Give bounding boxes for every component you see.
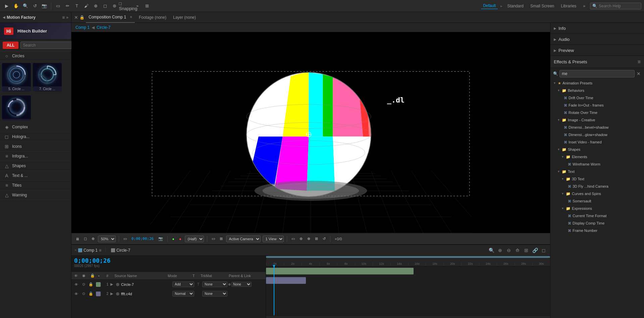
vctrl-camera-icon[interactable]: 📷 [157,236,164,242]
layer2-expand[interactable]: ▶ [109,292,114,296]
vctrl-tb3[interactable]: ⊕ [306,236,312,242]
tree-frame-number[interactable]: ⌘ Frame Number [550,227,644,234]
vctrl-color-dot-red[interactable]: ● [178,236,183,242]
vctrl-stereo-icon[interactable]: ⊞ [218,236,224,242]
workspace-smallscreen[interactable]: Small Screen [528,3,556,9]
tree-curves-spins[interactable]: ▼ 📁 Curves and Spins [550,190,644,197]
tree-shapes[interactable]: ▼ 📁 Shapes [550,146,644,153]
vctrl-view-select[interactable]: 1 View [263,236,284,242]
category-titles[interactable]: ≡ Titles [0,181,71,190]
tl-ripple-btn[interactable]: ⟰ [514,247,521,254]
zoom-tool[interactable]: 🔍 [21,2,30,10]
camera-tool[interactable]: 📷 [40,2,48,10]
layer1-name[interactable]: Circle-7 [121,282,172,287]
tree-expressions[interactable]: ▼ 📁 Expressions [550,205,644,212]
tree-animation-presets[interactable]: ▼ ★ Animation Presets [550,79,644,87]
category-hologra[interactable]: ◻ Hologra... [0,132,71,142]
tl-spread-btn[interactable]: ⊞ [523,247,530,254]
tree-dimensi-bevel[interactable]: ⌘ Dimensi...bevel+shadow [550,124,644,131]
graph-tool[interactable]: ⌁ [133,2,142,10]
vctrl-view-icon[interactable]: ▭ [210,236,216,242]
tree-image-creative[interactable]: ▼ 📁 Image - Creative [550,116,644,124]
tl-extract-btn[interactable]: ⊖ [505,247,513,254]
text-tool[interactable]: T [73,2,81,10]
thumb-3[interactable] [2,96,31,120]
align-tool[interactable]: ⊞ [143,2,151,10]
tree-fade-inout[interactable]: ⌘ Fade In+Out - frames [550,102,644,109]
category-complex[interactable]: ◈ Complex [0,122,71,132]
tree-display-comp[interactable]: ⌘ Display Comp Time [550,219,644,227]
tab-composition[interactable]: Composition Comp 1 ≡ [86,12,135,23]
workspace-libraries[interactable]: Libraries [559,3,578,9]
tl-comp-menu[interactable]: ≡ [99,248,101,253]
tab-footage[interactable]: Footage (none) [136,12,169,23]
vctrl-tb5[interactable]: ↺ [321,236,327,242]
workspace-standard[interactable]: Standard [505,3,526,9]
layer1-eye[interactable]: 👁 [73,282,79,287]
ep-search-input[interactable] [559,70,635,77]
layer1-lock[interactable]: 🔒 [88,282,94,287]
category-infogra[interactable]: ≡ Infogra... [0,151,71,161]
tl-link-btn[interactable]: 🔗 [531,247,539,254]
vctrl-color-dot-green[interactable]: ● [171,236,176,242]
layer2-solo[interactable]: ⊙ [80,292,87,296]
snap-toggle[interactable]: □ Snapping [124,2,132,10]
tl-close-icon[interactable]: ✕ [74,248,77,252]
vctrl-tb1[interactable]: ▭ [290,236,296,242]
rotate-tool[interactable]: ↺ [31,2,39,10]
tree-dimensi-glow[interactable]: ⌘ Dimensi...glow+shadow [550,131,644,138]
tree-3d-fly[interactable]: ⌘ 3D Fly ...hind Camera [550,183,644,190]
left-panel-menu[interactable]: ≡ [62,15,65,20]
select-tool[interactable]: ▶ [3,2,11,10]
track-bar-layer2[interactable] [266,277,306,284]
vctrl-zoom-select[interactable]: 50% [98,236,116,242]
tl-scroll-top[interactable] [266,256,550,258]
brush-tool[interactable]: 🖌 [82,2,90,10]
track-bar-layer1[interactable] [266,268,414,274]
vctrl-resolution-icon[interactable]: ▭ [122,236,128,242]
category-warning[interactable]: △ Warning [0,190,71,200]
vctrl-3d[interactable]: ⊕ [90,236,96,242]
left-panel-collapse[interactable]: » [66,15,68,20]
vctrl-wireframe[interactable]: ◻ [83,236,88,242]
ep-clear-btn[interactable]: ✕ [636,70,641,77]
tree-somersault[interactable]: ⌘ Somersault [550,197,644,205]
layer1-parent-select[interactable]: None [231,282,252,287]
vctrl-monitor[interactable]: 🖥 [74,236,80,242]
vctrl-quality-select[interactable]: (Half) [185,236,204,242]
rect-tool[interactable]: ▭ [54,2,62,10]
playhead[interactable] [274,266,274,315]
category-circles[interactable]: ○ Circles [0,51,71,61]
layer2-lock[interactable]: 🔒 [88,292,94,296]
clone-tool[interactable]: ⊕ [92,2,100,10]
tl-search-btn[interactable]: 🔍 [488,247,495,254]
layer1-expand[interactable]: ▶ [109,282,114,287]
layer1-solo[interactable]: ⊙ [80,282,87,287]
viewport[interactable]: _.dl [71,32,550,233]
comp-tab-menu[interactable]: ≡ [130,15,132,19]
tl-shy-btn[interactable]: ◻ [540,247,547,254]
workspace-more[interactable]: » [581,3,587,9]
tl-track-area[interactable] [266,266,550,315]
layer2-eye[interactable]: 👁 [73,292,79,296]
comp-close[interactable]: ✕ [74,15,78,20]
tree-drift[interactable]: ⌘ Drift Over Time [550,94,644,102]
puppet-tool[interactable]: ⊛ [110,2,118,10]
search-input[interactable] [599,4,639,8]
rp-audio-header[interactable]: ▶ Audio [550,34,644,45]
thumb-1[interactable]: 5. Circle ... [2,63,31,91]
tree-wireframe-worm[interactable]: ⌘ Wireframe Worm [550,161,644,168]
vctrl-camera-select[interactable]: Active Camera [226,236,261,242]
pen-tool[interactable]: ✏ [63,2,71,10]
tl-ruler[interactable]: 0s 2s 4s 6s 8s 10s 12s 14s 16s 18s 20s 2… [266,258,550,266]
ep-menu-btn[interactable]: ≡ [638,59,641,65]
eraser-tool[interactable]: ◻ [101,2,109,10]
tree-text[interactable]: ▼ 📁 Text [550,168,644,175]
tree-3dtext[interactable]: ▼ 📁 3D Text [550,175,644,183]
category-shapes[interactable]: △ Shapes [0,161,71,171]
vctrl-tb2[interactable]: ⊛ [298,236,304,242]
rp-preview-header[interactable]: ▶ Preview [550,45,644,56]
layer2-mode-select[interactable]: Normal [172,291,194,297]
category-icons[interactable]: ⊞ Icons [0,142,71,151]
hand-tool[interactable]: ✋ [12,2,20,10]
